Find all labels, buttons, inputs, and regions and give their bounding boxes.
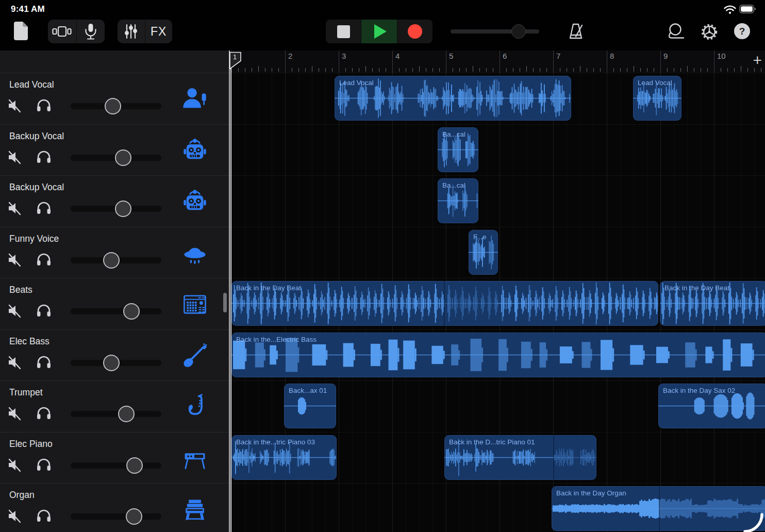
ruler-tick: [741, 66, 741, 72]
monitor-button[interactable]: [36, 252, 52, 267]
audio-region[interactable]: Back in the D...tric Piano 01: [444, 435, 596, 480]
ruler-tick: [272, 68, 272, 72]
monitor-button[interactable]: [36, 406, 52, 420]
audio-region[interactable]: Back in the Day Beat: [231, 281, 658, 326]
monitor-button[interactable]: [36, 98, 52, 112]
track-row[interactable]: Lead Vocal: [0, 73, 229, 124]
volume-slider[interactable]: [71, 462, 161, 469]
audio-region[interactable]: Back...ax 01: [284, 384, 336, 428]
region-label: Back in the Day Beat: [236, 284, 301, 292]
ruler-tick: [459, 68, 460, 72]
record-button[interactable]: [397, 20, 433, 43]
mute-button[interactable]: [7, 149, 23, 165]
audio-region[interactable]: F...e: [469, 230, 498, 275]
ruler-tick: [352, 68, 353, 72]
mute-button[interactable]: [7, 98, 23, 113]
robot-icon[interactable]: [181, 188, 208, 215]
ruler-tick: [694, 68, 694, 72]
track-row[interactable]: Beats: [0, 278, 229, 329]
monitor-button[interactable]: [36, 303, 52, 318]
master-volume-thumb[interactable]: [511, 24, 526, 39]
ruler-tick: [365, 66, 366, 72]
stop-button[interactable]: [326, 20, 361, 43]
volume-slider-thumb[interactable]: [115, 201, 131, 217]
monitor-button[interactable]: [36, 355, 52, 369]
volume-slider-thumb[interactable]: [126, 508, 142, 525]
metronome-button[interactable]: [566, 22, 586, 41]
audio-region[interactable]: Back in the...tric Piano 03: [231, 435, 337, 480]
ruler-tick: [593, 68, 594, 72]
track-row[interactable]: Trumpet: [0, 380, 229, 432]
play-button[interactable]: [361, 20, 396, 43]
volume-slider-thumb[interactable]: [123, 303, 140, 320]
ruler-tick: [674, 68, 674, 72]
monitor-button[interactable]: [36, 201, 52, 215]
track-name: Backup Vocal: [9, 131, 64, 142]
drum-machine-icon[interactable]: [181, 291, 208, 318]
track-row[interactable]: Elec Piano: [0, 432, 229, 484]
volume-slider[interactable]: [71, 308, 161, 314]
audio-region[interactable]: Back in the Day Sax 02: [658, 384, 765, 428]
ruler-tick: [734, 68, 735, 72]
battery-full-icon: [739, 5, 756, 13]
mute-button[interactable]: [7, 252, 23, 268]
saxophone-icon[interactable]: [181, 393, 208, 420]
mute-button[interactable]: [7, 303, 23, 319]
timeline-area[interactable]: Lead Vocal Lead Vocal Ba...cal Ba...cal …: [229, 73, 765, 532]
audio-region[interactable]: Ba...cal: [438, 127, 478, 172]
volume-slider-thumb[interactable]: [115, 149, 131, 166]
svg-text:1: 1: [233, 53, 237, 61]
monitor-button[interactable]: [36, 149, 52, 164]
volume-slider-thumb[interactable]: [103, 355, 120, 371]
loop-browser-button[interactable]: [666, 22, 686, 41]
electric-piano-icon[interactable]: [181, 445, 208, 472]
record-view-button[interactable]: [76, 20, 105, 43]
volume-slider-thumb[interactable]: [126, 457, 143, 474]
audio-region[interactable]: Back in the Day Beat: [660, 281, 765, 326]
playhead-line[interactable]: [230, 68, 231, 532]
volume-slider[interactable]: [71, 513, 161, 520]
volume-slider-thumb[interactable]: [118, 406, 135, 422]
track-row[interactable]: Elec Bass: [0, 329, 229, 381]
settings-button[interactable]: [699, 22, 720, 42]
bass-guitar-icon[interactable]: [181, 342, 208, 369]
track-row[interactable]: Backup Vocal: [0, 124, 229, 176]
ufo-icon[interactable]: [181, 240, 208, 267]
audio-region[interactable]: Back in the Day Organ: [552, 486, 765, 531]
mute-button[interactable]: [7, 355, 23, 370]
add-bars-button[interactable]: +: [753, 52, 762, 69]
song-browser-button[interactable]: [13, 21, 29, 41]
audio-region[interactable]: Lead Vocal: [335, 76, 571, 121]
audio-region[interactable]: Lead Vocal: [633, 76, 681, 121]
tracks-view-button[interactable]: [48, 20, 76, 43]
volume-slider[interactable]: [71, 411, 161, 417]
audio-region[interactable]: Ba...cal: [438, 178, 478, 223]
region-label: Back in the D...tric Piano 01: [449, 438, 535, 446]
muted-speaker-icon: [7, 149, 23, 165]
timeline-ruler[interactable]: + 12345678910: [229, 51, 765, 73]
monitor-button[interactable]: [36, 508, 52, 523]
playhead-marker[interactable]: 1: [229, 52, 242, 70]
mute-button[interactable]: [7, 406, 23, 421]
mute-button[interactable]: [7, 457, 23, 473]
help-button[interactable]: ?: [734, 23, 750, 39]
audio-region[interactable]: Back in the...Electric Bass: [231, 332, 765, 377]
volume-slider-thumb[interactable]: [103, 252, 120, 269]
mute-button[interactable]: [7, 508, 23, 524]
settings-gear-icon: [699, 22, 720, 42]
ruler-tick: [627, 68, 627, 72]
volume-slider-thumb[interactable]: [105, 98, 121, 114]
vocalist-icon[interactable]: [181, 86, 208, 112]
track-row[interactable]: Backup Vocal: [0, 175, 229, 227]
master-volume-slider[interactable]: [451, 29, 539, 34]
track-row[interactable]: Funny Voice: [0, 227, 229, 278]
organ-icon[interactable]: [181, 496, 208, 523]
panel-resize-handle[interactable]: [223, 293, 227, 312]
mute-button[interactable]: [7, 201, 23, 216]
monitor-button[interactable]: [36, 457, 52, 472]
ruler-bar-line: [500, 51, 500, 73]
track-row[interactable]: Organ: [0, 483, 229, 532]
mixer-button[interactable]: [118, 20, 145, 43]
fx-button[interactable]: FX: [145, 20, 173, 43]
robot-icon[interactable]: [181, 137, 208, 164]
